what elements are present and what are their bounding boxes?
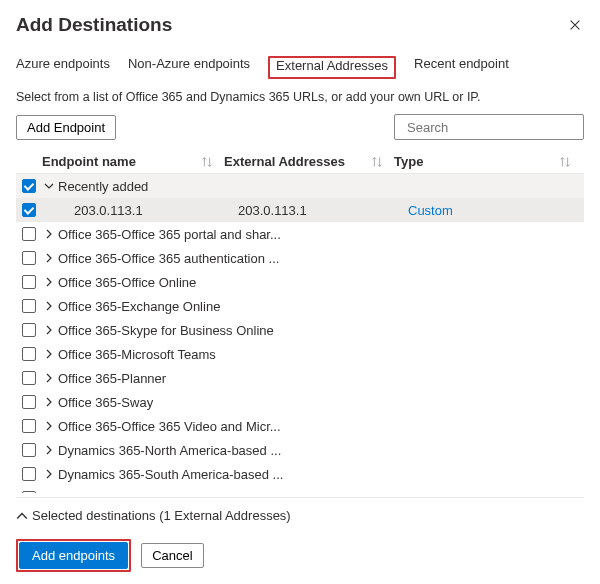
endpoint-name: Office 365-Exchange Online — [58, 299, 220, 314]
endpoint-name: 203.0.113.1 — [74, 203, 143, 218]
endpoint-name: Office 365-Microsoft Teams — [58, 347, 216, 362]
column-type-label: Type — [394, 154, 423, 169]
endpoint-name: Office 365-Office 365 authentication ... — [58, 251, 279, 266]
close-icon — [568, 18, 582, 32]
row-expand-toggle[interactable] — [42, 371, 56, 385]
row-expand-toggle[interactable] — [42, 467, 56, 481]
row-checkbox[interactable] — [22, 443, 36, 457]
column-external[interactable]: External Addresses — [224, 154, 394, 169]
row-expand-toggle[interactable] — [42, 419, 56, 433]
chevron-right-icon — [44, 469, 54, 479]
chevron-right-icon — [44, 421, 54, 431]
group-expand-toggle[interactable] — [42, 179, 56, 193]
tab-description: Select from a list of Office 365 and Dyn… — [16, 90, 584, 104]
cancel-button[interactable]: Cancel — [141, 543, 203, 568]
row-expand-toggle[interactable] — [42, 251, 56, 265]
chevron-right-icon — [44, 301, 54, 311]
column-name[interactable]: Endpoint name — [42, 154, 224, 169]
add-endpoints-highlight: Add endpoints — [16, 539, 131, 572]
table-row[interactable]: Office 365-Microsoft Teams — [16, 342, 584, 366]
tab-recent-endpoint[interactable]: Recent endpoint — [414, 56, 509, 79]
add-endpoints-button[interactable]: Add endpoints — [19, 542, 128, 569]
row-checkbox[interactable] — [22, 203, 36, 217]
group-checkbox[interactable] — [22, 179, 36, 193]
chevron-right-icon — [44, 253, 54, 263]
row-checkbox[interactable] — [22, 275, 36, 289]
panel-header: Add Destinations — [16, 14, 584, 36]
row-expand-toggle[interactable] — [42, 323, 56, 337]
endpoint-type: Custom — [408, 203, 584, 218]
table-row[interactable]: Office 365-Office 365 authentication ... — [16, 246, 584, 270]
row-expand-toggle[interactable] — [42, 491, 56, 493]
chevron-right-icon — [44, 229, 54, 239]
row-expand-toggle[interactable] — [42, 227, 56, 241]
table-row[interactable]: Dynamics 365-North America-based ... — [16, 438, 584, 462]
group-recently-added[interactable]: Recently added — [16, 174, 584, 198]
row-expand-toggle[interactable] — [42, 275, 56, 289]
row-checkbox[interactable] — [22, 251, 36, 265]
add-endpoint-button[interactable]: Add Endpoint — [16, 115, 116, 140]
toolbar: Add Endpoint — [16, 114, 584, 140]
tab-bar: Azure endpoints Non-Azure endpoints Exte… — [16, 56, 584, 80]
tab-azure-endpoints[interactable]: Azure endpoints — [16, 56, 110, 79]
selected-destinations-label: Selected destinations (1 External Addres… — [32, 508, 291, 523]
group-label: Recently added — [58, 179, 148, 194]
chevron-right-icon — [44, 373, 54, 383]
table-row[interactable]: Office 365-Sway — [16, 390, 584, 414]
row-checkbox[interactable] — [22, 491, 36, 493]
sort-icon — [370, 155, 384, 169]
row-checkbox[interactable] — [22, 419, 36, 433]
endpoint-list[interactable]: Recently added 203.0.113.1 203.0.113.1 C… — [16, 174, 584, 493]
table-row[interactable]: 203.0.113.1 203.0.113.1 Custom — [16, 198, 584, 222]
endpoint-list-wrap: Recently added 203.0.113.1 203.0.113.1 C… — [16, 173, 584, 493]
selected-destinations-toggle[interactable]: Selected destinations (1 External Addres… — [16, 498, 584, 539]
close-button[interactable] — [566, 16, 584, 34]
chevron-right-icon — [44, 349, 54, 359]
table-row[interactable]: Office 365-Office Online — [16, 270, 584, 294]
table-row[interactable]: Office 365-Skype for Business Online — [16, 318, 584, 342]
endpoint-name: Office 365-Office 365 portal and shar... — [58, 227, 281, 242]
endpoint-name: Dynamics 365-North America-based ... — [58, 443, 281, 458]
chevron-up-icon — [16, 510, 28, 522]
table-row[interactable]: Office 365-Office 365 portal and shar... — [16, 222, 584, 246]
endpoint-name: Office 365-Sway — [58, 395, 153, 410]
chevron-right-icon — [44, 277, 54, 287]
endpoint-name: Office 365-Office Online — [58, 275, 196, 290]
search-input[interactable] — [405, 119, 577, 136]
endpoint-external: 203.0.113.1 — [238, 203, 408, 218]
row-expand-toggle[interactable] — [42, 395, 56, 409]
row-checkbox[interactable] — [22, 299, 36, 313]
endpoint-name: Office 365-Office 365 Video and Micr... — [58, 419, 281, 434]
endpoint-name: Dynamics 365-South America-based ... — [58, 467, 283, 482]
row-expand-toggle[interactable] — [42, 299, 56, 313]
chevron-down-icon — [44, 181, 54, 191]
endpoint-name: Office 365-Skype for Business Online — [58, 323, 274, 338]
endpoint-name: Office 365-Planner — [58, 371, 166, 386]
add-destinations-panel: Add Destinations Azure endpoints Non-Azu… — [0, 0, 600, 584]
row-checkbox[interactable] — [22, 371, 36, 385]
row-expand-toggle[interactable] — [42, 347, 56, 361]
table-row[interactable]: Dynamics 365-EMEA based organizat... — [16, 486, 584, 493]
row-checkbox[interactable] — [22, 395, 36, 409]
footer-actions: Add endpoints Cancel — [16, 539, 584, 572]
row-checkbox[interactable] — [22, 323, 36, 337]
row-checkbox[interactable] — [22, 347, 36, 361]
chevron-right-icon — [44, 397, 54, 407]
column-headers: Endpoint name External Addresses Type — [16, 150, 584, 173]
tab-non-azure-endpoints[interactable]: Non-Azure endpoints — [128, 56, 250, 79]
table-row[interactable]: Office 365-Office 365 Video and Micr... — [16, 414, 584, 438]
row-expand-toggle[interactable] — [42, 443, 56, 457]
table-row[interactable]: Office 365-Exchange Online — [16, 294, 584, 318]
row-checkbox[interactable] — [22, 227, 36, 241]
tab-external-addresses[interactable]: External Addresses — [268, 56, 396, 79]
column-name-label: Endpoint name — [42, 154, 136, 169]
chevron-right-icon — [44, 445, 54, 455]
table-row[interactable]: Dynamics 365-South America-based ... — [16, 462, 584, 486]
column-type[interactable]: Type — [394, 154, 584, 169]
row-checkbox[interactable] — [22, 467, 36, 481]
sort-icon — [200, 155, 214, 169]
chevron-right-icon — [44, 325, 54, 335]
endpoint-name: Dynamics 365-EMEA based organizat... — [58, 491, 288, 494]
table-row[interactable]: Office 365-Planner — [16, 366, 584, 390]
search-box[interactable] — [394, 114, 584, 140]
